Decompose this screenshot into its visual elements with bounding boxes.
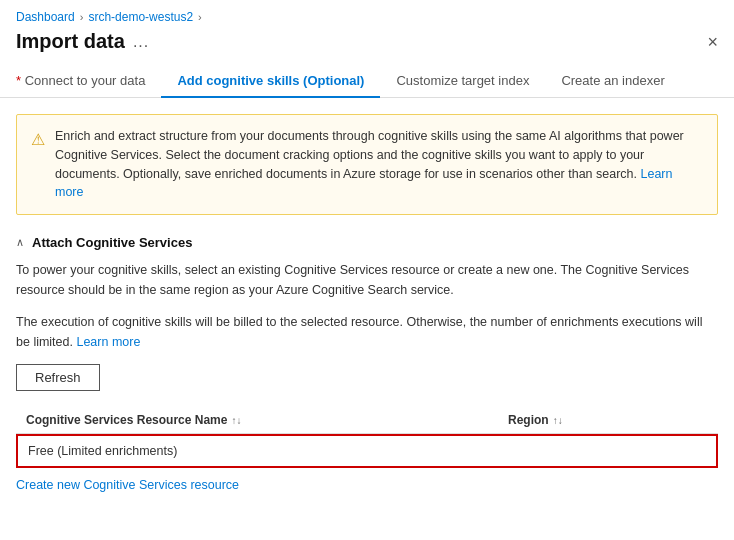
warning-icon: ⚠	[31, 128, 45, 202]
warning-box: ⚠ Enrich and extract structure from your…	[16, 114, 718, 215]
breadcrumb-dashboard[interactable]: Dashboard	[16, 10, 75, 24]
tab-bar: * Connect to your data Add cognitive ski…	[0, 65, 734, 98]
col-name-label: Cognitive Services Resource Name	[26, 413, 227, 427]
table-row[interactable]: Free (Limited enrichments)	[16, 434, 718, 468]
page-header: Import data ... ×	[0, 30, 734, 65]
refresh-button[interactable]: Refresh	[16, 364, 100, 391]
col-name-sort-icon[interactable]: ↑↓	[231, 415, 241, 426]
close-button[interactable]: ×	[707, 33, 718, 51]
col-region-label: Region	[508, 413, 549, 427]
row-name: Free (Limited enrichments)	[28, 444, 177, 458]
section-header: ∧ Attach Cognitive Services	[16, 235, 718, 250]
col-region-sort-icon[interactable]: ↑↓	[553, 415, 563, 426]
section-toggle[interactable]: ∧	[16, 236, 24, 249]
section-info-1: To power your cognitive skills, select a…	[16, 260, 718, 300]
tab-index[interactable]: Customize target index	[380, 65, 545, 98]
create-resource-link[interactable]: Create new Cognitive Services resource	[16, 478, 239, 492]
breadcrumb-resource[interactable]: srch-demo-westus2	[88, 10, 193, 24]
main-content: ⚠ Enrich and extract structure from your…	[0, 98, 734, 508]
table-header: Cognitive Services Resource Name ↑↓ Regi…	[16, 407, 718, 434]
section-learn-more-link[interactable]: Learn more	[76, 335, 140, 349]
breadcrumb-sep1: ›	[80, 11, 84, 23]
ellipsis-button[interactable]: ...	[133, 33, 149, 51]
breadcrumb-sep2: ›	[198, 11, 202, 23]
tab-indexer[interactable]: Create an indexer	[545, 65, 680, 98]
section-info-2: The execution of cognitive skills will b…	[16, 312, 718, 352]
page-title: Import data	[16, 30, 125, 53]
tab-cognitive[interactable]: Add cognitive skills (Optional)	[161, 65, 380, 98]
tab-connect[interactable]: * Connect to your data	[16, 65, 161, 98]
breadcrumb: Dashboard › srch-demo-westus2 ›	[0, 0, 734, 30]
warning-text: Enrich and extract structure from your d…	[55, 127, 703, 202]
section-title: Attach Cognitive Services	[32, 235, 192, 250]
